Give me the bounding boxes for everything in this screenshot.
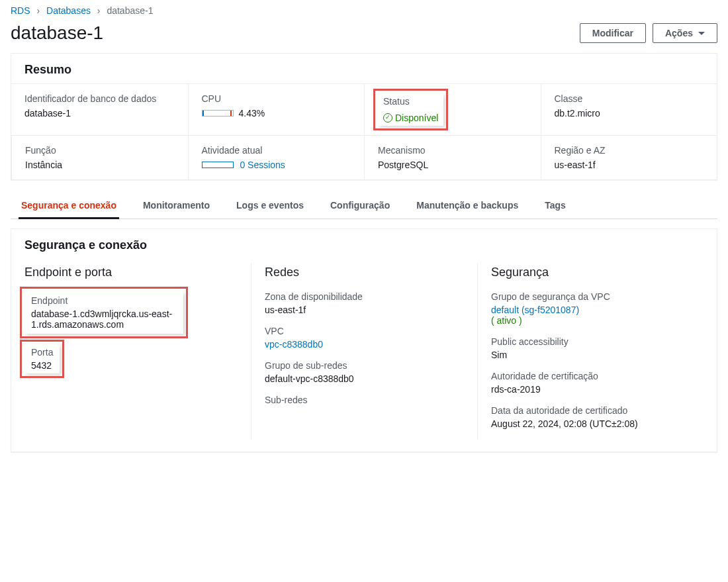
- engine-label: Mecanismo: [378, 145, 527, 156]
- breadcrumb-current: database-1: [107, 5, 153, 16]
- engine-value: PostgreSQL: [378, 160, 527, 170]
- security-heading: Segurança: [491, 266, 690, 279]
- cpu-label: CPU: [202, 93, 351, 104]
- ca-label: Autoridade de certificação: [491, 371, 690, 381]
- sg-label: Grupo de segurança da VPC: [491, 291, 690, 302]
- breadcrumb-parent[interactable]: Databases: [46, 5, 91, 16]
- security-connection-panel: Segurança e conexão Endpoint e porta End…: [11, 228, 717, 452]
- actions-dropdown[interactable]: Ações: [653, 23, 717, 43]
- modify-button[interactable]: Modificar: [580, 23, 646, 43]
- ca-date-label: Data da autoridade de certificado: [491, 405, 690, 416]
- subnet-group-value: default-vpc-c8388db0: [265, 373, 464, 384]
- region-value: us-east-1f: [555, 160, 704, 170]
- port-value: 5432: [31, 360, 53, 371]
- tab-bar: Segurança e conexão Monitoramento Logs e…: [11, 192, 717, 219]
- endpoint-port-heading: Endpoint e porta: [24, 266, 238, 279]
- actions-button-label: Ações: [665, 28, 693, 38]
- sg-active: ( ativo ): [491, 315, 522, 326]
- ca-value: rds-ca-2019: [491, 384, 690, 395]
- tab-maintenance-backups[interactable]: Manutenção e backups: [414, 192, 521, 219]
- breadcrumb-root[interactable]: RDS: [11, 5, 30, 16]
- sg-link[interactable]: default (sg-f5201087): [491, 305, 579, 315]
- status-value: Disponível: [395, 113, 438, 123]
- chevron-right-icon: ›: [97, 5, 101, 16]
- ca-date-value: August 22, 2024, 02:08 (UTC±2:08): [491, 418, 690, 429]
- role-value: Instância: [25, 160, 175, 170]
- modify-button-label: Modificar: [592, 28, 633, 38]
- activity-value[interactable]: 0 Sessions: [240, 160, 285, 170]
- cpu-value: 4.43%: [239, 108, 265, 119]
- az-value: us-east-1f: [265, 305, 464, 315]
- endpoint-label: Endpoint: [31, 295, 177, 306]
- chevron-right-icon: ›: [36, 5, 40, 16]
- subnets-label: Sub-redes: [265, 395, 464, 405]
- tab-security-connection[interactable]: Segurança e conexão: [19, 192, 119, 219]
- vpc-link[interactable]: vpc-c8388db0: [265, 339, 323, 350]
- detail-panel-title: Segurança e conexão: [11, 229, 717, 259]
- endpoint-value: database-1.cd3wmljqrcka.us-east-1.rds.am…: [31, 309, 177, 330]
- networks-heading: Redes: [265, 266, 464, 279]
- cpu-bar-icon: [202, 110, 234, 117]
- summary-panel: Resumo Identificador de banco de dados d…: [11, 53, 717, 180]
- class-value: db.t2.micro: [555, 108, 704, 119]
- public-accessibility-value: Sim: [491, 350, 690, 360]
- tab-monitoring[interactable]: Monitoramento: [140, 192, 212, 219]
- breadcrumb: RDS › Databases › database-1: [11, 0, 717, 19]
- status-label: Status: [383, 96, 438, 107]
- tab-logs-events[interactable]: Logs e eventos: [234, 192, 306, 219]
- role-label: Função: [25, 145, 175, 156]
- region-label: Região e AZ: [555, 145, 704, 156]
- subnet-group-label: Grupo de sub-redes: [265, 360, 464, 371]
- db-identifier-label: Identificador de banco de dados: [24, 93, 175, 104]
- tab-configuration[interactable]: Configuração: [328, 192, 392, 219]
- activity-bar-icon: [202, 162, 234, 168]
- az-label: Zona de disponibilidade: [265, 291, 464, 302]
- caret-down-icon: [698, 32, 705, 35]
- public-accessibility-label: Public accessibility: [491, 336, 690, 347]
- vpc-label: VPC: [265, 326, 464, 336]
- class-label: Classe: [555, 93, 704, 104]
- port-label: Porta: [31, 347, 53, 358]
- activity-label: Atividade atual: [202, 145, 351, 156]
- tab-tags[interactable]: Tags: [542, 192, 569, 219]
- page-title: database-1: [11, 23, 103, 44]
- db-identifier-value: database-1: [24, 108, 175, 119]
- summary-title: Resumo: [11, 54, 717, 83]
- check-circle-icon: [383, 113, 392, 122]
